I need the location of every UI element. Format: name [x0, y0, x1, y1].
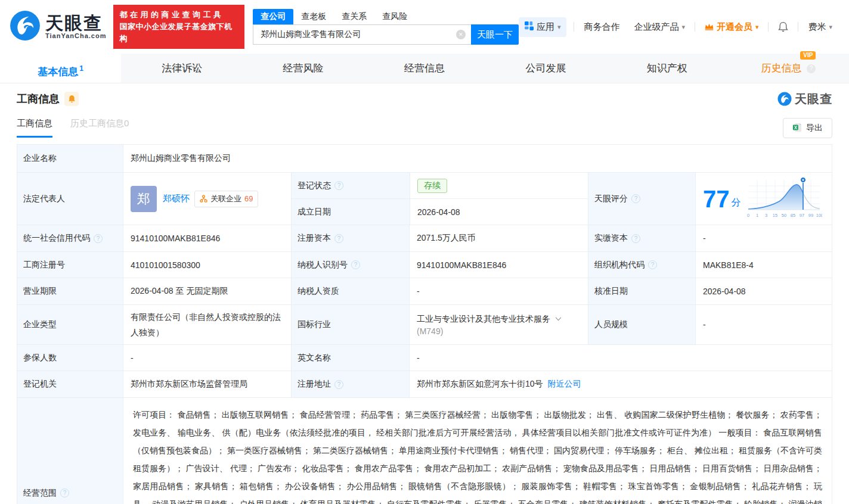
score-cell: 77 分	[695, 173, 832, 225]
establish-date-label: 成立日期	[292, 199, 410, 225]
excel-icon	[792, 123, 802, 134]
table-row: 法定代表人 郑 郑硕怀 关联企业 69 登记状态 ? 存续 成立日期	[17, 172, 832, 225]
user-menu[interactable]: 费米 ▾	[801, 21, 839, 33]
apps-menu[interactable]: 应用 ▾	[519, 17, 567, 37]
reg-authority-value: 郑州市郑东新区市场监督管理局	[123, 371, 291, 397]
business-info-table: 企业名称 郑州山姆商业零售有限公司 法定代表人 郑 郑硕怀 关联企业 69 登记…	[17, 144, 832, 504]
help-icon[interactable]: ?	[60, 489, 69, 497]
crown-icon	[705, 22, 714, 32]
credit-code-value: 91410100MAKB81E846	[123, 225, 291, 251]
subscribe-bell-icon[interactable]	[64, 92, 79, 106]
business-scope-value: 许可项目： 食品销售； 出版物互联网销售； 食品经营管理； 药品零售； 第三类医…	[123, 398, 832, 504]
nearby-companies-link[interactable]: 附近公司	[548, 379, 581, 390]
help-icon[interactable]: ?	[807, 64, 816, 73]
reg-capital-value: 2071.5万人民币	[409, 225, 588, 251]
svg-text:1: 1	[755, 213, 758, 218]
tab-legal[interactable]: 法律诉讼	[121, 54, 242, 83]
score-value: 77	[703, 187, 730, 211]
table-row: 参保人数 - 英文名称 -	[17, 344, 832, 371]
credit-code-label-cell: 统一社会信用代码 ?	[17, 225, 123, 251]
chevron-down-icon[interactable]	[555, 317, 562, 321]
help-icon[interactable]: ?	[334, 380, 343, 389]
table-row: 企业名称 郑州山姆商业零售有限公司	[17, 145, 832, 172]
subtab-row: 工商信息 历史工商信息0 导出	[0, 114, 849, 144]
nav-cooperation[interactable]: 商务合作	[577, 21, 627, 33]
svg-text:50: 50	[781, 213, 786, 218]
help-icon[interactable]: ?	[631, 194, 640, 203]
org-chart-icon	[200, 195, 207, 203]
svg-text:99: 99	[808, 213, 813, 218]
related-label: 关联企业	[210, 194, 241, 204]
search-tabs: 查公司 查老板 查关系 查风险	[253, 9, 519, 24]
search-button[interactable]: 天眼一下	[471, 24, 519, 45]
help-icon[interactable]: ?	[94, 234, 103, 243]
export-button[interactable]: 导出	[783, 118, 832, 138]
reg-authority-label: 登记机关	[17, 371, 123, 397]
score-unit: 分	[732, 197, 741, 209]
nav-vip[interactable]: 开通会员 ▾	[698, 21, 766, 33]
related-companies-badge[interactable]: 关联企业 69	[194, 191, 258, 207]
help-icon[interactable]: ?	[648, 260, 657, 269]
chevron-down-icon: ▾	[557, 23, 561, 31]
reg-capital-label-cell: 注册资本 ?	[291, 225, 409, 251]
promo-line1: 都在用的商业查询工具	[119, 9, 238, 21]
help-icon[interactable]: ?	[351, 260, 360, 269]
tab-history-label: 历史信息	[761, 63, 801, 74]
tab-development[interactable]: 公司发展	[485, 54, 606, 83]
table-row: 营业期限 2026-04-08 至 无固定期限 纳税人资质 - 核准日期 202…	[17, 278, 832, 304]
brand-name: 天眼查	[45, 14, 106, 32]
watermark-logo-icon	[777, 92, 792, 106]
insured-count-value: -	[123, 345, 291, 371]
help-icon[interactable]: ?	[334, 181, 343, 190]
nav-vip-label: 开通会员	[717, 21, 752, 33]
search-tab-risk[interactable]: 查风险	[374, 9, 415, 24]
nav-divider	[695, 22, 695, 32]
apps-label: 应用	[537, 21, 554, 33]
tab-ip[interactable]: 知识产权	[606, 54, 727, 83]
table-row: 经营范围 ? 许可项目： 食品销售； 出版物互联网销售； 食品经营管理； 药品零…	[17, 397, 832, 504]
svg-text:3: 3	[764, 213, 767, 218]
industry-cell: 工业与专业设计及其他专业技术服务 (M749)	[409, 305, 588, 344]
legal-rep-name-link[interactable]: 郑硕怀	[163, 193, 190, 204]
tab-history[interactable]: 历史信息 VIP ?	[728, 54, 849, 83]
table-row: 登记机关 郑州市郑东新区市场监督管理局 注册地址 ? 郑州市郑东新区如意河东十街…	[17, 371, 832, 397]
avatar[interactable]: 郑	[131, 186, 157, 212]
tianyancha-logo-icon	[10, 10, 41, 43]
subtab-history-info[interactable]: 历史工商信息0	[70, 118, 129, 136]
chevron-down-icon: ▾	[681, 23, 685, 31]
taxpayer-id-label-cell: 纳税人识别号 ?	[291, 252, 409, 278]
org-code-label: 组织机构代码	[594, 260, 645, 270]
clear-icon[interactable]: ×	[456, 30, 466, 39]
taxpayer-qualification-value: -	[409, 278, 588, 304]
promo-line2: 国家中小企业发展子基金旗下机构	[119, 21, 238, 45]
nav-enterprise[interactable]: 企业级产品 ▾	[627, 21, 692, 33]
tab-basic-info[interactable]: 基本信息1	[0, 54, 121, 83]
notification-bell[interactable]	[771, 21, 795, 32]
search-input[interactable]	[253, 24, 471, 45]
tab-basic-label: 基本信息	[38, 66, 78, 77]
taxpayer-id-value: 91410100MAKB81E846	[409, 252, 588, 278]
reg-status-label: 登记状态	[298, 181, 331, 191]
score-distribution-chart[interactable]: 01 315 5085 9799 100	[746, 175, 822, 222]
reg-address-label: 注册地址	[298, 379, 331, 390]
reg-number-label: 工商注册号	[17, 252, 123, 278]
business-term-label: 营业期限	[17, 278, 123, 304]
insured-count-label: 参保人数	[17, 345, 123, 371]
nav-divider	[798, 22, 798, 32]
search-area: 查公司 查老板 查关系 查风险 × 天眼一下	[253, 9, 519, 45]
help-icon[interactable]: ?	[334, 234, 343, 243]
search-tab-relation[interactable]: 查关系	[334, 9, 374, 24]
industry-value: 工业与专业设计及其他专业技术服务	[417, 314, 550, 325]
tianyancha-logo[interactable]: 天眼查 TianYanCha.com	[10, 10, 106, 43]
table-row: 成立日期 2026-04-08	[292, 198, 588, 225]
english-name-label: 英文名称	[291, 345, 409, 371]
watermark-logo: 天眼查	[777, 91, 832, 107]
subtab-business-info[interactable]: 工商信息	[17, 118, 52, 138]
credit-code-label: 统一社会信用代码	[23, 233, 90, 244]
search-tab-company[interactable]: 查公司	[253, 9, 293, 24]
tab-operating-info[interactable]: 经营信息	[364, 54, 485, 83]
nav-enterprise-label: 企业级产品	[634, 21, 678, 33]
tab-operating-risk[interactable]: 经营风险	[243, 54, 364, 83]
search-tab-boss[interactable]: 查老板	[293, 9, 334, 24]
help-icon[interactable]: ?	[631, 234, 640, 243]
